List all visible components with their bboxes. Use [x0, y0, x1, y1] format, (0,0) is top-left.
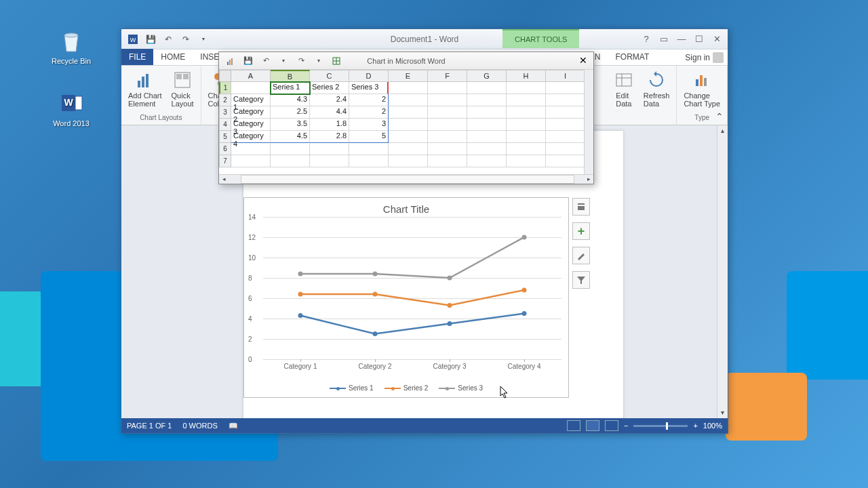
- chart-elements-icon[interactable]: +: [572, 222, 590, 240]
- cell[interactable]: [389, 131, 428, 143]
- scroll-up-icon[interactable]: ▴: [717, 125, 728, 136]
- cell[interactable]: 4.3: [271, 94, 310, 106]
- vertical-scrollbar[interactable]: ▴ ▾: [717, 125, 728, 418]
- help-icon[interactable]: ?: [638, 32, 654, 47]
- cell[interactable]: [428, 82, 467, 94]
- cell[interactable]: [467, 106, 507, 119]
- cell[interactable]: 2.5: [271, 106, 310, 119]
- row-header[interactable]: 3: [219, 106, 231, 119]
- tab-file[interactable]: FILE: [121, 49, 153, 65]
- cell[interactable]: 4.4: [310, 106, 349, 119]
- cell[interactable]: [507, 155, 546, 167]
- close-icon[interactable]: ✕: [576, 54, 591, 67]
- cell[interactable]: [546, 155, 585, 167]
- cell[interactable]: 4.5: [271, 131, 310, 143]
- row-header[interactable]: 7: [219, 155, 231, 167]
- column-header[interactable]: A: [231, 70, 271, 82]
- status-words[interactable]: 0 WORDS: [182, 422, 217, 430]
- column-header[interactable]: G: [467, 70, 507, 82]
- cell[interactable]: [389, 94, 428, 106]
- cell[interactable]: [310, 155, 349, 167]
- close-button[interactable]: ✕: [709, 32, 725, 47]
- chart-object[interactable]: Chart Title 02468101214Category 1Categor…: [243, 197, 569, 398]
- zoom-slider[interactable]: [633, 425, 688, 427]
- column-header[interactable]: E: [389, 70, 428, 82]
- legend-item[interactable]: Series 3: [439, 384, 483, 392]
- legend-item[interactable]: Series 1: [330, 384, 374, 392]
- web-layout-icon[interactable]: [605, 420, 618, 431]
- read-mode-icon[interactable]: [567, 420, 580, 431]
- edit-data-button[interactable]: Edit Data: [611, 68, 637, 114]
- plot-area[interactable]: 02468101214Category 1Category 2Category …: [263, 217, 561, 359]
- cell[interactable]: [507, 106, 546, 119]
- cell[interactable]: Series 2: [310, 82, 349, 94]
- cell[interactable]: 2.8: [310, 131, 349, 143]
- cell[interactable]: [467, 131, 507, 143]
- cell[interactable]: Category 1: [231, 94, 271, 106]
- chart-styles-icon[interactable]: [572, 247, 590, 264]
- undo-icon[interactable]: ↶: [260, 55, 272, 67]
- change-chart-type-button[interactable]: Change Chart Type: [681, 68, 723, 114]
- save-icon[interactable]: 💾: [144, 33, 157, 45]
- desktop-icon-recycle-bin[interactable]: Recycle Bin: [47, 27, 95, 65]
- cell[interactable]: [389, 82, 428, 94]
- cell[interactable]: [389, 155, 428, 167]
- print-layout-icon[interactable]: [586, 420, 599, 431]
- qat-dropdown-icon[interactable]: ▾: [197, 33, 210, 45]
- cell[interactable]: [428, 143, 467, 155]
- spreadsheet-grid[interactable]: ABCDEFGHI 1234567 Series 1Series 2Series…: [219, 70, 593, 184]
- cell[interactable]: 1.8: [310, 119, 349, 131]
- cell[interactable]: [507, 131, 546, 143]
- row-header[interactable]: 2: [219, 94, 231, 106]
- select-all-corner[interactable]: [219, 70, 231, 82]
- edit-in-excel-icon[interactable]: [330, 55, 342, 67]
- cell[interactable]: [467, 94, 507, 106]
- cell[interactable]: [546, 106, 585, 119]
- zoom-out-icon[interactable]: −: [624, 422, 628, 430]
- horizontal-scrollbar[interactable]: ◂ ▸: [219, 174, 593, 184]
- redo-icon[interactable]: ↷: [180, 33, 192, 45]
- chart-filter-icon[interactable]: [572, 271, 590, 289]
- cell[interactable]: Category 3: [231, 119, 271, 131]
- cell[interactable]: [507, 143, 546, 155]
- zoom-in-icon[interactable]: +: [693, 422, 697, 430]
- tab-chart-format[interactable]: FORMAT: [608, 49, 656, 65]
- cell[interactable]: 2: [349, 106, 389, 119]
- chart-legend[interactable]: Series 1Series 2Series 3: [244, 384, 568, 392]
- undo-icon[interactable]: ↶: [162, 33, 174, 45]
- cell[interactable]: 2.4: [310, 94, 349, 106]
- chart-layout-options-icon[interactable]: [572, 198, 590, 216]
- cell[interactable]: [389, 119, 428, 131]
- column-header[interactable]: F: [428, 70, 467, 82]
- cell[interactable]: [507, 82, 546, 94]
- add-chart-element-button[interactable]: Add Chart Element: [125, 68, 165, 114]
- zoom-level[interactable]: 100%: [703, 422, 722, 430]
- cell[interactable]: [467, 155, 507, 167]
- refresh-data-button[interactable]: Refresh Data: [641, 68, 673, 114]
- cell[interactable]: [428, 119, 467, 131]
- row-header[interactable]: 4: [219, 119, 231, 131]
- cell[interactable]: Category 4: [231, 131, 271, 143]
- tab-home[interactable]: HOME: [153, 49, 193, 65]
- cell[interactable]: [271, 143, 310, 155]
- cell[interactable]: [231, 155, 271, 167]
- mini-window-title-bar[interactable]: 💾 ↶ ▾ ↷ ▾ Chart in Microsoft Word ✕: [219, 52, 593, 70]
- cell[interactable]: [231, 143, 271, 155]
- cell[interactable]: [546, 82, 585, 94]
- cell[interactable]: [546, 143, 585, 155]
- cell[interactable]: 3: [349, 119, 389, 131]
- cell[interactable]: [349, 143, 389, 155]
- cell[interactable]: [546, 119, 585, 131]
- cell[interactable]: [467, 143, 507, 155]
- cell[interactable]: Series 3: [349, 82, 389, 94]
- cell[interactable]: [507, 119, 546, 131]
- cell[interactable]: Category 2: [231, 106, 271, 119]
- vertical-scrollbar[interactable]: [584, 70, 593, 174]
- desktop-icon-word2013[interactable]: W Word 2013: [47, 89, 95, 127]
- sign-in-link[interactable]: Sign in: [685, 52, 724, 63]
- spell-check-icon[interactable]: 📖: [229, 422, 238, 430]
- legend-item[interactable]: Series 2: [384, 384, 429, 392]
- maximize-button[interactable]: ☐: [691, 32, 707, 47]
- row-header[interactable]: 6: [219, 143, 231, 155]
- save-icon[interactable]: 💾: [242, 55, 254, 67]
